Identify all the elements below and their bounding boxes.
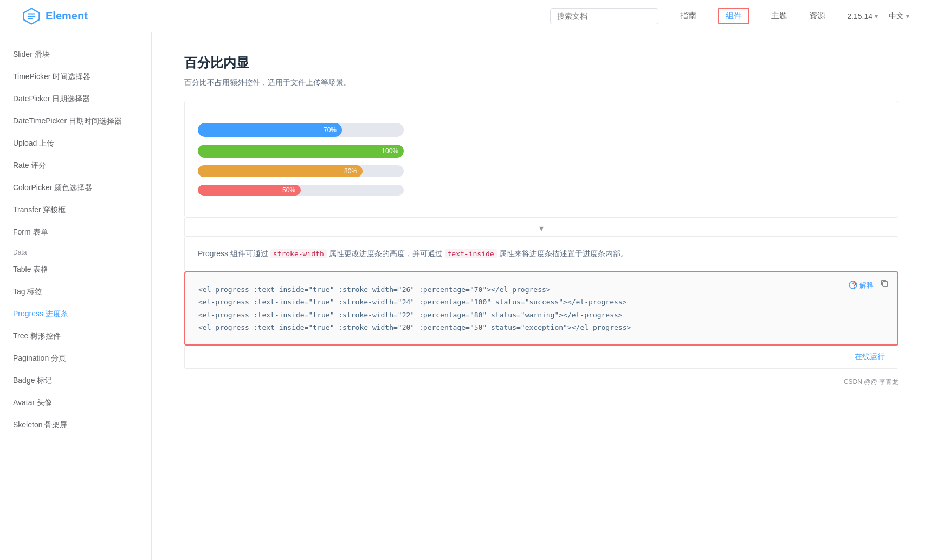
sidebar-section-data: Data (0, 243, 151, 258)
search-input[interactable] (550, 8, 658, 24)
code-block-area: ❓ 解释 <el-progress :text-inside= (184, 271, 898, 346)
progress-bar-3-container: 80% (198, 165, 404, 177)
explain-icon: ❓ (849, 281, 857, 289)
svg-text:❓: ❓ (851, 282, 857, 289)
header: Element 指南 组件 主题 资源 2.15.14 ▾ 中文 ▾ (0, 0, 931, 32)
progress-bar-2-fill: 100% (198, 145, 404, 158)
progress-bar-1-wrap: 70% (198, 123, 404, 137)
code-line-1: <el-progress :text-inside="true" :stroke… (198, 283, 884, 296)
code-tag-text-inside: text-inside (445, 249, 497, 258)
progress-bar-3-label: 80% (344, 167, 357, 175)
sidebar-item-badge[interactable]: Badge 标记 (0, 369, 151, 392)
progress-bar-3-wrap: 80% (198, 165, 404, 177)
nav: 指南 组件 主题 资源 (680, 8, 825, 24)
code-tag-stroke-width: stroke-width (270, 249, 327, 258)
copy-button[interactable] (880, 279, 889, 291)
section-title: 百分比内显 (184, 54, 898, 71)
footer-note: CSDN @@ 李青龙 (184, 369, 898, 391)
progress-bar-4-container: 50% (198, 185, 404, 196)
progress-bar-2-label: 100% (382, 147, 398, 155)
sidebar-item-skeleton[interactable]: Skeleton 骨架屏 (0, 414, 151, 436)
progress-bar-2-wrap: 100% (198, 145, 404, 158)
sidebar-item-pagination[interactable]: Pagination 分页 (0, 347, 151, 369)
demo-box: 70% 100% 80% (184, 101, 898, 218)
logo-text: Element (46, 10, 88, 22)
sidebar-item-colorpicker[interactable]: ColorPicker 颜色选择器 (0, 177, 151, 199)
main-container: 百分比内显 百分比不占用额外控件，适用于文件上传等场景。 70% 1 (184, 54, 898, 391)
sidebar-item-datetimepicker[interactable]: DateTimePicker 日期时间选择器 (0, 110, 151, 132)
code-block: ❓ 解释 <el-progress :text-inside= (184, 271, 898, 346)
sidebar-item-slider[interactable]: Slider 滑块 (0, 43, 151, 66)
sidebar-item-tag[interactable]: Tag 标签 (0, 281, 151, 303)
code-line-3: <el-progress :text-inside="true" :stroke… (198, 309, 884, 321)
sidebar-item-progress[interactable]: Progress 进度条 (0, 303, 151, 325)
copy-icon (880, 279, 889, 288)
progress-bar-1-fill: 70% (198, 123, 342, 137)
progress-bar-2-container: 100% (198, 145, 404, 158)
layout: Slider 滑块 TimePicker 时间选择器 DatePicker 日期… (0, 32, 931, 560)
code-block-actions: ❓ 解释 (849, 279, 889, 291)
nav-guide[interactable]: 指南 (680, 9, 696, 23)
online-run-row: 在线运行 (184, 346, 898, 369)
progress-bar-4-label: 50% (282, 186, 295, 194)
nav-theme[interactable]: 主题 (771, 9, 787, 23)
dropdown-arrow-row: ▾ (184, 218, 898, 236)
sidebar-item-datepicker[interactable]: DatePicker 日期选择器 (0, 88, 151, 110)
progress-bar-1-label: 70% (324, 126, 337, 134)
info-text-before: Progress 组件可通过 (198, 249, 268, 258)
version-chevron-down-icon: ▾ (875, 12, 878, 20)
info-text-mid1: 属性更改进度条的高度，并可通过 (329, 249, 443, 258)
sidebar-item-form[interactable]: Form 表单 (0, 221, 151, 243)
info-text-mid2: 属性来将进度条描述置于进度条内部。 (499, 249, 628, 258)
progress-bar-3-fill: 80% (198, 165, 363, 177)
explain-button[interactable]: ❓ 解释 (849, 279, 874, 291)
version-text: 2.15.14 (847, 12, 872, 21)
sidebar-item-timepicker[interactable]: TimePicker 时间选择器 (0, 66, 151, 88)
code-line-2: <el-progress :text-inside="true" :stroke… (198, 296, 884, 308)
code-line-4: <el-progress :text-inside="true" :stroke… (198, 321, 884, 334)
sidebar-item-avatar[interactable]: Avatar 头像 (0, 392, 151, 414)
sidebar-item-tree[interactable]: Tree 树形控件 (0, 325, 151, 347)
nav-components[interactable]: 组件 (718, 8, 749, 24)
sidebar-item-upload[interactable]: Upload 上传 (0, 132, 151, 154)
info-text: Progress 组件可通过 stroke-width 属性更改进度条的高度，并… (184, 236, 898, 271)
section-desc: 百分比不占用额外控件，适用于文件上传等场景。 (184, 78, 898, 88)
logo: Element (22, 6, 88, 26)
progress-bar-4-wrap: 50% (198, 185, 404, 196)
language-selector[interactable]: 中文 ▾ (889, 11, 909, 21)
lang-chevron-down-icon: ▾ (906, 12, 909, 20)
sidebar-item-transfer[interactable]: Transfer 穿梭框 (0, 199, 151, 221)
chevron-down-demo-icon[interactable]: ▾ (539, 223, 544, 233)
version-selector[interactable]: 2.15.14 ▾ (847, 12, 878, 21)
language-text: 中文 (889, 11, 904, 21)
nav-resources[interactable]: 资源 (809, 9, 825, 23)
sidebar: Slider 滑块 TimePicker 时间选择器 DatePicker 日期… (0, 32, 152, 560)
progress-bar-1-container: 70% (198, 123, 404, 137)
online-run-link[interactable]: 在线运行 (855, 352, 885, 362)
sidebar-item-rate[interactable]: Rate 评分 (0, 154, 151, 177)
main-content: 百分比内显 百分比不占用额外控件，适用于文件上传等场景。 70% 1 (152, 32, 931, 560)
explain-label: 解释 (859, 279, 874, 291)
sidebar-item-table[interactable]: Table 表格 (0, 258, 151, 281)
progress-bar-4-fill: 50% (198, 185, 301, 196)
logo-icon (22, 6, 41, 26)
svg-rect-2 (883, 282, 888, 286)
